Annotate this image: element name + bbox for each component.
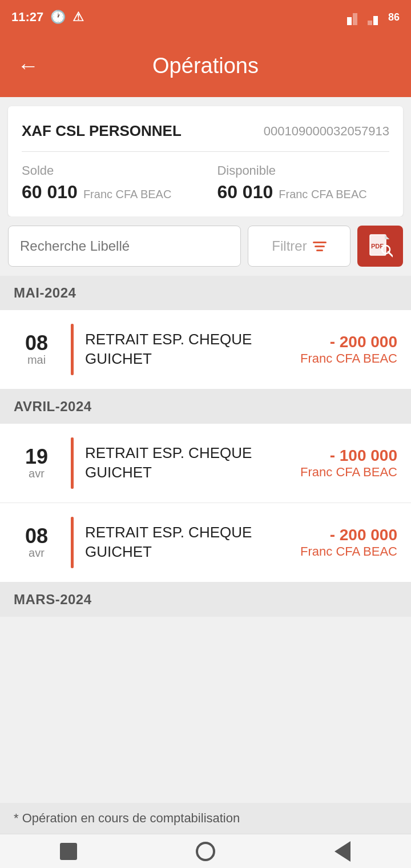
trans-amount: - 200 000 Franc CFA BEAC (300, 333, 397, 366)
solde-currency: Franc CFA BEAC (83, 188, 172, 201)
trans-day: 08 (14, 333, 59, 353)
month-header-avril: AVRIL-2024 (0, 389, 411, 424)
solde-value: 60 010 Franc CFA BEAC (22, 182, 171, 203)
disponible-item: Disponible 60 010 Franc CFA BEAC (217, 163, 366, 203)
pdf-button[interactable]: PDF (357, 226, 403, 267)
transaction-date: 19 avr (14, 447, 59, 480)
trans-amount-currency: Franc CFA BEAC (300, 544, 397, 559)
back-button[interactable]: ← (11, 48, 45, 84)
trans-amount-currency: Franc CFA BEAC (300, 465, 397, 480)
top-bar: ← Opérations (0, 34, 411, 97)
signal2-icon (368, 9, 384, 25)
trans-month: avr (14, 467, 59, 480)
filter-button[interactable]: Filtrer (248, 226, 350, 267)
battery-level: 86 (388, 11, 400, 23)
filter-label: Filtrer (272, 238, 307, 254)
transaction-date: 08 avr (14, 526, 59, 560)
svg-marker-1 (353, 13, 357, 25)
filter-icon (313, 242, 327, 251)
trans-day: 19 (14, 447, 59, 467)
svg-marker-3 (373, 16, 378, 25)
search-filter-row: Filtrer PDF (0, 216, 411, 276)
alert-icon: ⚠ (72, 10, 84, 25)
trans-amount-value: - 100 000 (330, 447, 397, 464)
nav-bar (0, 834, 411, 868)
solde-amount: 60 010 (22, 182, 78, 203)
balance-row: Solde 60 010 Franc CFA BEAC Disponible 6… (22, 152, 389, 203)
content-area: XAF CSL PERSONNEL 000109000032057913 Sol… (0, 106, 411, 691)
square-icon (60, 843, 77, 860)
nav-back-button[interactable] (320, 834, 365, 869)
nav-square-button[interactable] (46, 834, 91, 869)
red-bar (71, 517, 74, 568)
back-triangle-icon (335, 841, 350, 862)
trans-month: avr (14, 546, 59, 560)
trans-description: RETRAIT ESP. CHEQUE GUICHET (85, 444, 300, 483)
transaction-item-avr-08: 08 avr RETRAIT ESP. CHEQUE GUICHET - 200… (0, 503, 411, 582)
account-name: XAF CSL PERSONNEL (22, 122, 182, 140)
svg-marker-0 (347, 17, 352, 25)
page-title: Opérations (152, 54, 259, 78)
pdf-icon: PDF (368, 234, 393, 259)
trans-description: RETRAIT ESP. CHEQUE GUICHET (85, 330, 300, 369)
red-bar (71, 437, 74, 489)
bottom-note: * Opération en cours de comptabilisation (0, 803, 411, 834)
search-input[interactable] (8, 226, 241, 267)
trans-amount-currency: Franc CFA BEAC (300, 351, 397, 366)
alarm-icon: 🕐 (50, 10, 66, 25)
status-bar: 11:27 🕐 ⚠ 86 (0, 0, 411, 34)
month-header-mars: MARS-2024 (0, 582, 411, 617)
time: 11:27 (11, 10, 43, 25)
transaction-item-avr-19: 19 avr RETRAIT ESP. CHEQUE GUICHET - 100… (0, 424, 411, 503)
trans-amount-value: - 200 000 (330, 526, 397, 544)
solde-item: Solde 60 010 Franc CFA BEAC (22, 163, 171, 203)
trans-day: 08 (14, 526, 59, 546)
status-bar-right: 86 (347, 9, 400, 25)
signal-icon (347, 9, 363, 25)
disponible-label: Disponible (217, 163, 366, 178)
trans-amount: - 100 000 Franc CFA BEAC (300, 447, 397, 480)
trans-description: RETRAIT ESP. CHEQUE GUICHET (85, 523, 300, 562)
month-header-mai: MAI-2024 (0, 276, 411, 310)
disponible-amount: 60 010 (217, 182, 273, 203)
account-header: XAF CSL PERSONNEL 000109000032057913 (22, 122, 389, 152)
red-bar (71, 324, 74, 375)
solde-label: Solde (22, 163, 171, 178)
status-bar-left: 11:27 🕐 ⚠ (11, 10, 84, 25)
account-number: 000109000032057913 (264, 124, 389, 139)
svg-marker-2 (368, 21, 372, 25)
account-card: XAF CSL PERSONNEL 000109000032057913 Sol… (8, 106, 403, 216)
trans-amount-value: - 200 000 (330, 333, 397, 351)
disponible-value: 60 010 Franc CFA BEAC (217, 182, 366, 203)
circle-icon (196, 842, 215, 861)
trans-month: mai (14, 353, 59, 367)
nav-home-button[interactable] (183, 834, 228, 869)
transaction-date: 08 mai (14, 333, 59, 367)
disponible-currency: Franc CFA BEAC (279, 188, 367, 201)
transaction-item-mai-08: 08 mai RETRAIT ESP. CHEQUE GUICHET - 200… (0, 310, 411, 389)
trans-amount: - 200 000 Franc CFA BEAC (300, 526, 397, 559)
